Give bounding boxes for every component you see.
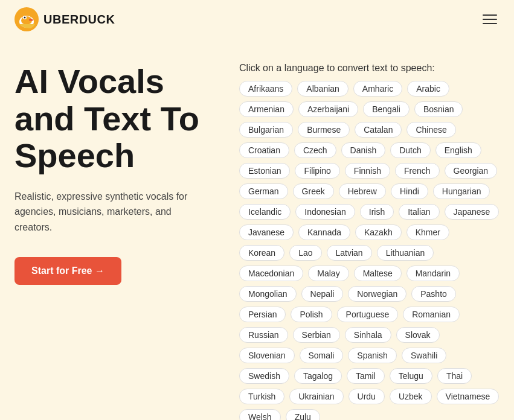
language-tag[interactable]: Kazakh [355, 224, 402, 240]
language-tag[interactable]: Javanese [239, 224, 294, 240]
language-tag[interactable]: Catalan [355, 122, 402, 138]
hero-subtitle: Realistic, expressive synthetic vocals f… [14, 189, 196, 235]
language-tag[interactable]: Kannada [298, 224, 350, 240]
hamburger-menu-button[interactable] [480, 12, 500, 27]
language-tag[interactable]: Sinhala [345, 327, 391, 343]
language-tag[interactable]: Slovenian [239, 348, 295, 363]
logo-icon [14, 7, 39, 31]
language-tag[interactable]: Macedonian [239, 266, 303, 281]
language-tag[interactable]: Icelandic [239, 204, 291, 220]
language-tag[interactable]: English [435, 142, 481, 158]
main-content: AI Vocals and Text To Speech Realistic, … [0, 39, 514, 420]
language-tag[interactable]: Burmese [298, 122, 350, 138]
language-tag[interactable]: Amharic [353, 81, 402, 97]
language-tag[interactable]: Albanian [297, 81, 349, 97]
language-prompt: Click on a language to convert text to s… [239, 63, 500, 74]
language-tag[interactable]: Finnish [345, 163, 390, 179]
language-tag[interactable]: Polish [291, 307, 332, 322]
language-tag[interactable]: Indonesian [295, 204, 355, 220]
language-tag[interactable]: Portuguese [337, 307, 399, 322]
language-tag[interactable]: Spanish [348, 348, 397, 363]
svg-point-4 [24, 17, 26, 19]
language-tag[interactable]: Pashto [411, 286, 456, 302]
language-tag[interactable]: Tamil [347, 368, 385, 384]
language-tag[interactable]: Irish [360, 204, 394, 220]
language-tag[interactable]: Greek [293, 183, 334, 199]
language-tag[interactable]: Vietnamese [437, 389, 500, 404]
language-tag[interactable]: Persian [239, 307, 286, 322]
language-tag[interactable]: Maltese [354, 266, 402, 281]
hamburger-line-3 [483, 23, 497, 24]
language-tags-container: AfrikaansAlbanianAmharicArabicArmenianAz… [239, 81, 500, 420]
logo-text: UBERDUCK [43, 13, 115, 27]
language-tag[interactable]: Thai [437, 368, 472, 384]
language-tag[interactable]: Swedish [239, 368, 289, 384]
language-tag[interactable]: Azerbaijani [298, 101, 358, 117]
language-tag[interactable]: Romanian [403, 307, 460, 322]
language-tag[interactable]: Korean [239, 245, 284, 261]
language-tag[interactable]: Afrikaans [239, 81, 292, 97]
language-tag[interactable]: Filipino [295, 163, 339, 179]
navbar: UBERDUCK [0, 0, 514, 39]
language-tag[interactable]: Italian [399, 204, 439, 220]
language-tag[interactable]: Japanese [445, 204, 500, 220]
language-tag[interactable]: Norwegian [348, 286, 406, 302]
language-tag[interactable]: Nepali [301, 286, 344, 302]
left-column: AI Vocals and Text To Speech Realistic, … [14, 63, 220, 420]
language-tag[interactable]: Urdu [349, 389, 385, 404]
right-column: Click on a language to convert text to s… [239, 63, 500, 420]
language-tag[interactable]: Hindi [391, 183, 428, 199]
language-tag[interactable]: Serbian [293, 327, 340, 343]
language-tag[interactable]: Swahili [402, 348, 446, 363]
hamburger-line-1 [483, 14, 497, 16]
language-tag[interactable]: Dutch [390, 142, 431, 158]
language-tag[interactable]: Lao [289, 245, 321, 261]
language-tag[interactable]: Czech [294, 142, 336, 158]
language-tag[interactable]: Croatian [239, 142, 289, 158]
language-tag[interactable]: Armenian [239, 101, 294, 117]
language-tag[interactable]: Danish [341, 142, 386, 158]
language-tag[interactable]: Arabic [407, 81, 449, 97]
language-tag[interactable]: French [395, 163, 440, 179]
language-tag[interactable]: Zulu [286, 409, 320, 420]
language-tag[interactable]: Lithuanian [377, 245, 434, 261]
language-tag[interactable]: Estonian [239, 163, 290, 179]
language-tag[interactable]: Hebrew [339, 183, 386, 199]
language-tag[interactable]: Russian [239, 327, 288, 343]
language-tag[interactable]: Bengali [363, 101, 410, 117]
language-tag[interactable]: Tagalog [294, 368, 342, 384]
language-tag[interactable]: Bosnian [414, 101, 463, 117]
hamburger-line-2 [483, 19, 497, 20]
language-tag[interactable]: Ukrainian [289, 389, 343, 404]
language-tag[interactable]: Mongolian [239, 286, 297, 302]
language-tag[interactable]: Telugu [390, 368, 432, 384]
language-tag[interactable]: Bulgarian [239, 122, 293, 138]
cta-button[interactable]: Start for Free → [14, 257, 121, 285]
language-tag[interactable]: Uzbek [390, 389, 432, 404]
language-tag[interactable]: Georgian [445, 163, 498, 179]
language-tag[interactable]: Mandarin [406, 266, 460, 281]
language-tag[interactable]: Welsh [239, 409, 281, 420]
logo-area: UBERDUCK [14, 7, 115, 31]
language-tag[interactable]: Latvian [327, 245, 372, 261]
language-tag[interactable]: Chinese [406, 122, 455, 138]
hero-title: AI Vocals and Text To Speech [14, 63, 220, 174]
language-tag[interactable]: German [239, 183, 288, 199]
language-tag[interactable]: Malay [308, 266, 349, 281]
language-tag[interactable]: Somali [300, 348, 344, 363]
language-tag[interactable]: Khmer [406, 224, 449, 240]
language-tag[interactable]: Hungarian [433, 183, 490, 199]
language-tag[interactable]: Slovak [396, 327, 440, 343]
language-tag[interactable]: Turkish [239, 389, 284, 404]
